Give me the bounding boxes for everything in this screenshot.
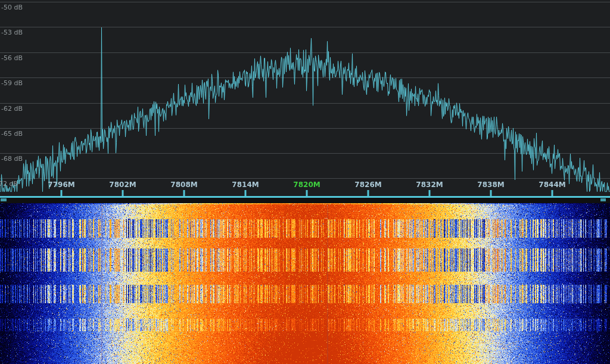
freq-tick-mark <box>122 190 124 196</box>
freq-tick-mark <box>368 190 369 196</box>
waterfall-edge-artifact-left <box>1 198 7 201</box>
freq-tick-label: 7814M <box>232 181 259 189</box>
freq-tick-mark <box>183 190 185 196</box>
freq-tick-mark <box>429 190 431 196</box>
waterfall-canvas[interactable] <box>0 203 610 364</box>
freq-tick-label: 7832M <box>416 181 443 189</box>
freq-tick-label: 7808M <box>170 181 197 189</box>
freq-tick-mark <box>552 190 553 196</box>
waterfall-edge-artifact-right <box>600 198 606 201</box>
freq-tick-label: 7838M <box>477 181 504 189</box>
sdr-display: -50 dB-53 dB-56 dB-59 dB-62 dB-65 dB-68 … <box>0 0 610 364</box>
freq-tick-label: 7826M <box>354 181 381 189</box>
freq-tick-label: 7844M <box>539 181 565 189</box>
center-freq-label: 7820M <box>293 181 320 189</box>
freq-tick-label: 7802M <box>109 181 136 189</box>
spectrum-plot-canvas[interactable] <box>0 0 610 198</box>
freq-tick-mark <box>306 190 308 196</box>
spectrum-panel: -50 dB-53 dB-56 dB-59 dB-62 dB-65 dB-68 … <box>0 0 610 198</box>
waterfall-gap <box>0 198 610 203</box>
freq-tick-mark <box>61 190 63 196</box>
freq-tick-label: 7796M <box>48 181 74 189</box>
freq-tick-mark <box>490 190 492 196</box>
freq-tick-mark <box>245 190 247 196</box>
